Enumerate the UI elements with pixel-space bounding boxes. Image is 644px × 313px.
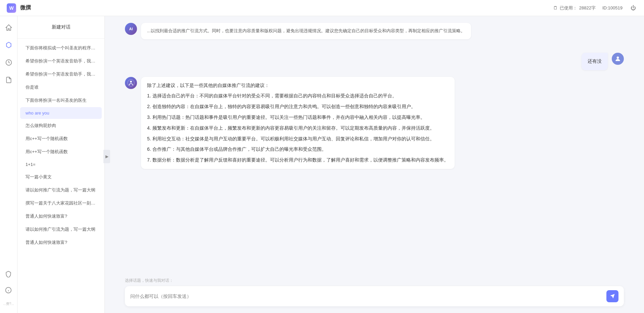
conv-item-3[interactable]: 你是谁 — [20, 81, 102, 94]
sidebar-footer-text: ...费?... — [2, 300, 14, 308]
conv-item-12[interactable]: 撰写一篇关于八大家花园社区一刻钟便民生... — [20, 197, 102, 210]
conv-item-4[interactable]: 下面你将扮演一名叫圣友的医生 — [20, 94, 102, 107]
chat-messages: AI ...以找到最合适的推广引流方式。同时，也要注意内容质量和版权问题，避免出… — [105, 16, 644, 274]
ai-avatar-0 — [125, 77, 137, 89]
user-id: ID:100519 — [602, 5, 623, 10]
conv-item-6[interactable]: 怎么做狗屁炒肉 — [20, 119, 102, 132]
quick-select-label: 选择话题，快速与我对话： — [125, 278, 624, 283]
conv-item-15[interactable]: 普通人如何快速致富? — [20, 236, 102, 249]
usage-value: 28822字 — [579, 5, 596, 11]
conversation-sidebar: 新建对话 下面你将模拟成一个叫圣友的程序员，我说... 希望你扮演一个英语发音助… — [17, 16, 105, 313]
conv-item-11[interactable]: 请以如何推广引流为题，写一篇大纲 — [20, 184, 102, 196]
partial-message-content: ...以找到最合适的推广引流方式。同时，也要注意内容质量和版权问题，避免出现违规… — [141, 23, 471, 39]
user-message-content-0: 还有没 — [582, 53, 608, 70]
chat-input-field[interactable] — [130, 294, 603, 299]
sidebar-icon-hexagon[interactable] — [3, 39, 15, 51]
user-message-row-0: 还有没 — [125, 53, 624, 70]
send-button[interactable] — [606, 290, 618, 302]
ai-avatar-partial: AI — [125, 23, 137, 35]
chat-input-area: 选择话题，快速与我对话： — [105, 274, 644, 313]
sidebar-icon-info[interactable] — [2, 284, 14, 296]
conv-item-2[interactable]: 希望你扮演一个英语发音助手，我提供给你... — [20, 68, 102, 81]
conv-item-7[interactable]: 用c++写一个随机函数 — [20, 132, 102, 145]
svg-marker-1 — [6, 42, 11, 48]
new-conversation-button[interactable]: 新建对话 — [23, 21, 99, 33]
conv-item-1[interactable]: 希望你扮演一个英语发音助手，我提供给你... — [20, 55, 102, 68]
sidebar-icon-shield[interactable] — [2, 268, 14, 280]
conv-item-8[interactable]: 用c++写一个随机函数 — [20, 145, 102, 158]
conv-sidebar-header: 新建对话 — [17, 16, 104, 39]
svg-point-8 — [128, 80, 134, 86]
conv-item-5[interactable]: who are you — [20, 107, 102, 119]
chat-input-box — [125, 286, 624, 306]
partial-message-row: AI ...以找到最合适的推广引流方式。同时，也要注意内容质量和版权问题，避免出… — [125, 23, 624, 46]
conversation-list: 下面你将模拟成一个叫圣友的程序员，我说... 希望你扮演一个英语发音助手，我提供… — [17, 39, 104, 313]
topbar-right: 🗒 已使用： 28822字 ID:100519 ⏻ — [553, 4, 637, 12]
sidebar-icon-document[interactable] — [3, 74, 15, 86]
usage-label: 已使用： — [560, 5, 577, 11]
svg-point-7 — [130, 81, 132, 83]
sidebar-collapse-button[interactable]: ▶ — [103, 150, 110, 163]
sidebar-icon-clock[interactable] — [3, 56, 15, 69]
topbar-left: W 微撰 — [7, 3, 31, 13]
collapse-icon: ▶ — [105, 154, 108, 159]
app-logo: W — [7, 3, 16, 13]
ai-message-content-0: 除了上述建议，以下是一些其他的自媒体推广引流的建议： 1. 选择适合自己的平台：… — [141, 77, 455, 169]
conv-item-14[interactable]: 请以如何推广引流为题，写一篇大纲 — [20, 223, 102, 236]
user-avatar-0 — [612, 53, 624, 65]
conv-item-13[interactable]: 普通人如何快速致富? — [20, 210, 102, 223]
ai-message-row-0: 除了上述建议，以下是一些其他的自媒体推广引流的建议： 1. 选择适合自己的平台：… — [125, 77, 624, 169]
icon-sidebar-bottom: ...费?... — [2, 268, 14, 308]
conv-item-0[interactable]: 下面你将模拟成一个叫圣友的程序员，我说... — [20, 42, 102, 54]
app-title: 微撰 — [20, 4, 31, 11]
power-button[interactable]: ⏻ — [629, 4, 637, 12]
sidebar-icon-home[interactable] — [3, 21, 15, 34]
conv-item-9[interactable]: 1+1= — [20, 159, 102, 170]
topbar: W 微撰 🗒 已使用： 28822字 ID:100519 ⏻ — [0, 0, 644, 16]
svg-point-6 — [617, 56, 619, 59]
main-layout: ...费?... 新建对话 下面你将模拟成一个叫圣友的程序员，我说... 希望你… — [0, 16, 644, 313]
conv-item-10[interactable]: 写一篇小黄文 — [20, 171, 102, 183]
svg-marker-0 — [6, 25, 11, 31]
usage-icon: 🗒 — [553, 5, 558, 10]
chat-area: AI ...以找到最合适的推广引流方式。同时，也要注意内容质量和版权问题，避免出… — [105, 16, 644, 313]
usage-display: 🗒 已使用： 28822字 — [553, 5, 596, 11]
icon-sidebar: ...费?... — [0, 16, 17, 313]
logo-text: W — [9, 5, 13, 11]
